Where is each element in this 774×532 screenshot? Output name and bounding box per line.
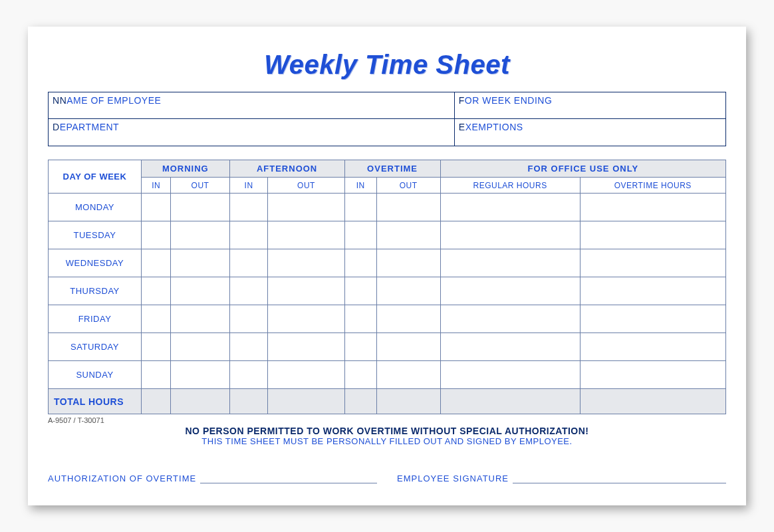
name-of-employee-field[interactable]: NNAME OF EMPLOYEE [49, 92, 455, 119]
time-cell[interactable] [344, 333, 376, 361]
form-title: Weekly Time Sheet [48, 50, 726, 80]
time-cell[interactable] [344, 194, 376, 221]
total-cell[interactable] [268, 389, 344, 414]
time-cell[interactable] [440, 333, 580, 361]
time-cell[interactable] [580, 277, 725, 305]
time-cell[interactable] [171, 305, 229, 333]
week-ending-field[interactable]: FOR WEEK ENDING [455, 92, 725, 119]
time-cell[interactable] [268, 277, 344, 305]
employee-signature-line[interactable] [513, 473, 726, 483]
table-row: THURSDAY [49, 277, 726, 305]
time-cell[interactable] [171, 194, 229, 221]
time-cell[interactable] [142, 249, 171, 277]
form-code: A-9507 / T-30071 [48, 416, 726, 424]
time-cell[interactable] [229, 305, 268, 333]
overtime-in-header: IN [344, 178, 376, 194]
time-cell[interactable] [344, 361, 376, 389]
time-cell[interactable] [268, 221, 344, 249]
afternoon-header: AFTERNOON [229, 160, 344, 178]
total-cell[interactable] [171, 389, 229, 414]
time-cell[interactable] [171, 361, 229, 389]
time-cell[interactable] [171, 333, 229, 361]
time-cell[interactable] [376, 249, 440, 277]
time-cell[interactable] [142, 194, 171, 221]
time-cell[interactable] [440, 194, 580, 221]
day-label: SATURDAY [49, 333, 142, 361]
day-label: TUESDAY [49, 221, 142, 249]
time-cell[interactable] [171, 221, 229, 249]
time-cell[interactable] [268, 361, 344, 389]
time-cell[interactable] [344, 221, 376, 249]
time-cell[interactable] [376, 361, 440, 389]
time-cell[interactable] [580, 221, 725, 249]
time-cell[interactable] [268, 249, 344, 277]
authorization-label: AUTHORIZATION OF OVERTIME [48, 473, 196, 483]
overtime-warning: NO PERSON PERMITTED TO WORK OVERTIME WIT… [48, 426, 726, 436]
time-cell[interactable] [142, 221, 171, 249]
regular-hours-header: REGULAR HOURS [440, 178, 580, 194]
time-cell[interactable] [376, 333, 440, 361]
time-cell[interactable] [440, 221, 580, 249]
time-cell[interactable] [142, 277, 171, 305]
notice-block: NO PERSON PERMITTED TO WORK OVERTIME WIT… [48, 426, 726, 446]
time-cell[interactable] [344, 277, 376, 305]
time-cell[interactable] [229, 249, 268, 277]
day-of-week-header: DAY OF WEEK [49, 160, 142, 194]
table-row: TUESDAY [49, 221, 726, 249]
total-cell[interactable] [376, 389, 440, 414]
time-cell[interactable] [229, 333, 268, 361]
total-cell[interactable] [229, 389, 268, 414]
signature-row: AUTHORIZATION OF OVERTIME EMPLOYEE SIGNA… [48, 473, 726, 483]
time-cell[interactable] [376, 305, 440, 333]
total-cell[interactable] [580, 389, 725, 414]
time-cell[interactable] [268, 305, 344, 333]
table-row: WEDNESDAY [49, 249, 726, 277]
time-cell[interactable] [580, 361, 725, 389]
time-cell[interactable] [229, 361, 268, 389]
time-cell[interactable] [268, 194, 344, 221]
time-cell[interactable] [229, 194, 268, 221]
time-cell[interactable] [142, 333, 171, 361]
time-cell[interactable] [580, 194, 725, 221]
afternoon-out-header: OUT [268, 178, 344, 194]
time-cell[interactable] [580, 333, 725, 361]
time-cell[interactable] [268, 333, 344, 361]
overtime-out-header: OUT [376, 178, 440, 194]
day-label: SUNDAY [49, 361, 142, 389]
authorization-signature-line[interactable] [200, 473, 377, 483]
time-cell[interactable] [440, 361, 580, 389]
time-cell[interactable] [580, 249, 725, 277]
time-cell[interactable] [376, 221, 440, 249]
total-cell[interactable] [344, 389, 376, 414]
total-row: TOTAL HOURS [49, 389, 726, 414]
time-cell[interactable] [440, 249, 580, 277]
total-cell[interactable] [142, 389, 171, 414]
time-cell[interactable] [229, 221, 268, 249]
time-cell[interactable] [376, 277, 440, 305]
time-cell[interactable] [376, 194, 440, 221]
afternoon-in-header: IN [229, 178, 268, 194]
office-use-header: FOR OFFICE USE ONLY [440, 160, 725, 178]
time-cell[interactable] [171, 277, 229, 305]
hours-table: DAY OF WEEK MORNING AFTERNOON OVERTIME F… [48, 160, 726, 414]
morning-out-header: OUT [171, 178, 229, 194]
morning-header: MORNING [142, 160, 230, 178]
total-cell[interactable] [440, 389, 580, 414]
morning-in-header: IN [142, 178, 171, 194]
time-cell[interactable] [580, 305, 725, 333]
time-cell[interactable] [142, 305, 171, 333]
table-row: FRIDAY [49, 305, 726, 333]
day-label: MONDAY [49, 194, 142, 221]
department-field[interactable]: DEPARTMENT [49, 119, 455, 146]
time-cell[interactable] [142, 361, 171, 389]
time-cell[interactable] [440, 305, 580, 333]
day-label: WEDNESDAY [49, 249, 142, 277]
table-row: SATURDAY [49, 333, 726, 361]
exemptions-field[interactable]: EXEMPTIONS [455, 119, 725, 146]
time-cell[interactable] [171, 249, 229, 277]
time-cell[interactable] [229, 277, 268, 305]
time-cell[interactable] [344, 305, 376, 333]
day-label: FRIDAY [49, 305, 142, 333]
time-cell[interactable] [440, 277, 580, 305]
time-cell[interactable] [344, 249, 376, 277]
